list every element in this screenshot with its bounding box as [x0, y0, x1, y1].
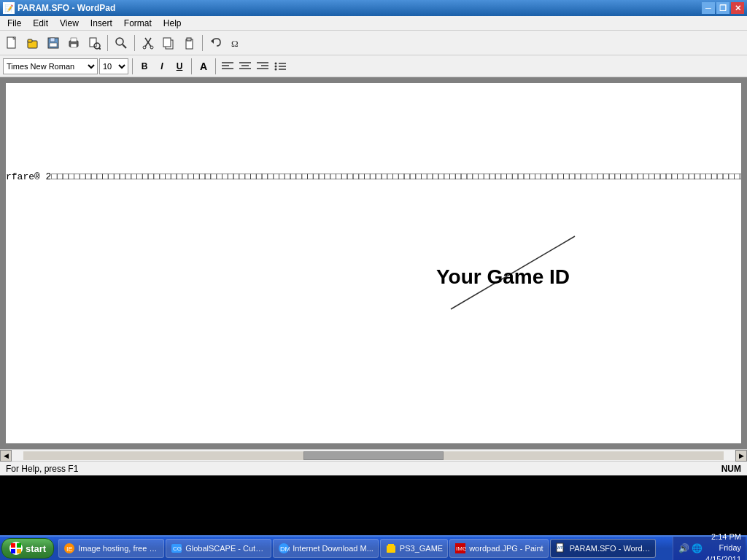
- svg-text:CG: CG: [173, 545, 182, 552]
- bullets-button[interactable]: [272, 58, 288, 74]
- taskbar-item-label-0: Image hosting, free p...: [78, 544, 159, 553]
- svg-rect-10: [90, 38, 96, 47]
- taskbar-item-0[interactable]: IEImage hosting, free p...: [58, 539, 164, 558]
- taskbar-item-icon-2: DM: [278, 542, 290, 554]
- svg-point-35: [275, 65, 277, 67]
- taskbar-item-icon-0: IE: [63, 542, 75, 554]
- menu-item-format[interactable]: Format: [118, 17, 158, 30]
- toolbar-separator-1: [107, 35, 108, 51]
- print-button[interactable]: [64, 34, 83, 52]
- menu-item-file[interactable]: File: [1, 17, 27, 30]
- svg-line-12: [99, 48, 101, 50]
- svg-point-34: [275, 62, 277, 64]
- scroll-right-button[interactable]: ▶: [735, 450, 747, 462]
- align-right-button[interactable]: [255, 58, 271, 74]
- menu-item-view[interactable]: View: [54, 17, 85, 30]
- taskbar-item-icon-3: [385, 542, 397, 554]
- svg-line-14: [123, 44, 126, 48]
- taskbar-item-4[interactable]: IMGwordpad.JPG - Paint: [449, 539, 549, 558]
- paste-button[interactable]: [179, 34, 198, 52]
- annotation-label: Your Game ID: [436, 265, 570, 289]
- format-separator-2: [191, 58, 192, 74]
- scrollbar-thumb[interactable]: [303, 451, 444, 460]
- document-content-line: rfare® 2□□□□□□□□□□□□□□□□□□□□□□□□□□□□□□□□…: [6, 171, 741, 184]
- undo-button[interactable]: [206, 34, 225, 52]
- copy-button[interactable]: [159, 34, 178, 52]
- align-left-button[interactable]: [220, 58, 236, 74]
- taskbar-item-icon-5: WP: [555, 542, 567, 554]
- network-icon[interactable]: 🌐: [691, 542, 703, 554]
- svg-rect-22: [187, 38, 191, 41]
- font-select[interactable]: Times New Roman: [3, 58, 98, 74]
- scrollbar-track[interactable]: [23, 451, 724, 460]
- svg-rect-6: [50, 43, 57, 47]
- svg-text:WP: WP: [557, 545, 564, 550]
- minimize-button[interactable]: ─: [702, 2, 715, 14]
- title-bar-controls[interactable]: ─ ❐ ✕: [702, 2, 744, 14]
- special-button[interactable]: Ω: [227, 34, 246, 52]
- svg-rect-52: [388, 544, 394, 547]
- taskbar: start IEImage hosting, free p...CGGlobal…: [0, 535, 747, 560]
- svg-rect-44: [17, 549, 21, 553]
- svg-text:Ω: Ω: [231, 38, 239, 49]
- clock-display[interactable]: 2:14 PM Friday 4/15/2011: [705, 532, 741, 560]
- align-center-button[interactable]: [237, 58, 253, 74]
- start-button[interactable]: start: [1, 538, 54, 559]
- volume-icon[interactable]: 🔊: [678, 542, 689, 554]
- close-button[interactable]: ✕: [731, 2, 744, 14]
- menu-bar: FileEditViewInsertFormatHelp: [0, 16, 747, 31]
- svg-rect-41: [11, 543, 15, 548]
- taskbar-item-label-4: wordpad.JPG - Paint: [469, 544, 543, 553]
- taskbar-item-3[interactable]: PS3_GAME: [380, 539, 448, 558]
- svg-rect-43: [11, 549, 15, 553]
- format-separator-1: [132, 58, 133, 74]
- svg-rect-5: [50, 38, 55, 42]
- new-button[interactable]: [3, 34, 22, 52]
- taskbar-item-1[interactable]: CGGlobalSCAPE - CuteF...: [166, 539, 271, 558]
- help-text: For Help, press F1: [6, 464, 78, 474]
- bold-button[interactable]: B: [136, 58, 152, 74]
- underline-button[interactable]: U: [171, 58, 187, 74]
- taskbar-item-5[interactable]: WPPARAM.SFO - WordPad: [550, 539, 656, 558]
- svg-rect-42: [17, 543, 21, 548]
- color-button[interactable]: A: [196, 58, 212, 74]
- svg-point-36: [275, 68, 277, 70]
- find-button[interactable]: [112, 34, 131, 52]
- format-separator-3: [215, 58, 216, 74]
- svg-text:IMG: IMG: [456, 545, 466, 552]
- svg-text:IE: IE: [66, 545, 73, 553]
- document-page[interactable]: rfare® 2□□□□□□□□□□□□□□□□□□□□□□□□□□□□□□□□…: [6, 83, 741, 443]
- format-bar: Times New Roman 10 B I U A: [0, 55, 747, 77]
- title-bar-left: 📝 PARAM.SFO - WordPad: [3, 2, 115, 14]
- cut-button[interactable]: [139, 34, 158, 52]
- horizontal-scrollbar[interactable]: ◀ ▶: [0, 449, 747, 461]
- app-icon: 📝: [3, 2, 15, 14]
- windows-logo: [9, 542, 23, 555]
- taskbar-item-label-5: PARAM.SFO - WordPad: [570, 544, 651, 553]
- taskbar-item-label-3: PS3_GAME: [400, 544, 443, 553]
- toolbar-separator-3: [202, 35, 203, 51]
- window-title: PARAM.SFO - WordPad: [18, 3, 115, 13]
- italic-button[interactable]: I: [154, 58, 170, 74]
- menu-item-insert[interactable]: Insert: [85, 17, 118, 30]
- taskbar-item-label-1: GlobalSCAPE - CuteF...: [185, 544, 266, 553]
- restore-button[interactable]: ❐: [716, 2, 729, 14]
- scroll-left-button[interactable]: ◀: [0, 450, 12, 462]
- save-button[interactable]: [44, 34, 63, 52]
- font-size-select[interactable]: 10: [99, 58, 128, 74]
- taskbar-item-icon-4: IMG: [454, 542, 466, 554]
- toolbar-separator-2: [134, 35, 135, 51]
- clock-date: 4/15/2011: [705, 554, 741, 560]
- open-button[interactable]: [23, 34, 42, 52]
- toolbar: Ω: [0, 31, 747, 55]
- menu-item-help[interactable]: Help: [158, 17, 187, 30]
- title-bar: 📝 PARAM.SFO - WordPad ─ ❐ ✕: [0, 0, 747, 16]
- status-bar: For Help, press F1 NUM: [0, 461, 747, 475]
- print-preview-button[interactable]: [85, 34, 104, 52]
- taskbar-item-2[interactable]: DMInternet Download M...: [273, 539, 379, 558]
- menu-item-edit[interactable]: Edit: [27, 17, 54, 30]
- taskbar-items: IEImage hosting, free p...CGGlobalSCAPE …: [58, 539, 655, 558]
- clock-time: 2:14 PM: [705, 532, 741, 542]
- svg-point-18: [150, 46, 153, 49]
- svg-rect-3: [28, 39, 32, 42]
